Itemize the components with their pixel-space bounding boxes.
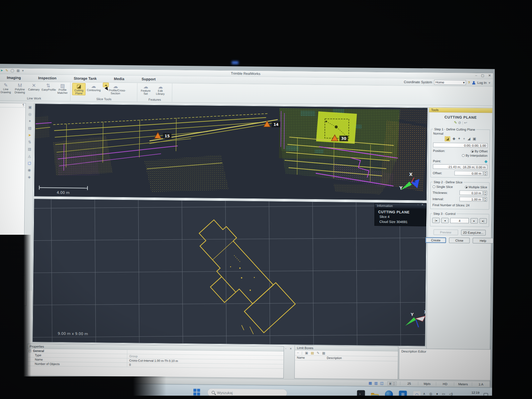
tree-pin-icon[interactable]: ¶ xyxy=(23,103,24,107)
tab-imaging[interactable]: Imaging xyxy=(7,75,21,79)
help-icon[interactable]: ? xyxy=(468,81,470,84)
preview-button[interactable]: Preview xyxy=(433,229,458,235)
offset-spinner[interactable]: ▲▼ xyxy=(484,171,487,176)
offset-field[interactable]: 0.00 m xyxy=(455,171,483,176)
point-cloud-3d-view[interactable]: 15 14 30 4.00 m xyxy=(34,103,428,201)
lock-icon[interactable]: ▣ xyxy=(305,351,308,355)
by-offset-radio[interactable] xyxy=(471,150,473,153)
step1-legend: Step 1 - Define Cutting Plane xyxy=(433,127,476,131)
catenary-button[interactable]: ✕ Catenary xyxy=(28,82,41,91)
pick-point-icon[interactable]: ◆ xyxy=(484,159,487,164)
profile-matcher-button[interactable]: ▨ Profile Matcher xyxy=(56,83,69,94)
current-slice-field[interactable]: 4 xyxy=(450,218,469,223)
folder-add-icon[interactable]: ▤ xyxy=(311,351,314,355)
tab-inspection[interactable]: Inspection xyxy=(38,76,57,80)
tray-chevron-icon[interactable]: ∧ xyxy=(423,392,425,395)
create-button[interactable]: Create xyxy=(425,237,446,243)
login-dropdown-icon[interactable]: ▾ xyxy=(488,81,490,84)
reset-icon[interactable]: ↩ xyxy=(464,121,467,125)
layout-window-icons[interactable]: ▦ ▥ ◫ xyxy=(368,381,384,385)
cutting-plane-button[interactable]: ◪ Cutting Plane xyxy=(72,83,85,95)
status-buttons[interactable]: ▣ ◫ xyxy=(387,381,397,385)
login-button[interactable]: Log In xyxy=(477,81,487,84)
box-icon[interactable]: ▦ xyxy=(322,351,326,355)
step2-group: Step 2 - Define Slice Single Slice Multi… xyxy=(430,180,489,210)
normal-tool-icon[interactable]: ◢ xyxy=(467,137,470,142)
line-drawing-button[interactable]: ✎ Line Drawing xyxy=(0,82,12,94)
tab-media[interactable]: Media xyxy=(114,77,124,81)
last-slice-button[interactable]: ▸| xyxy=(479,218,487,223)
edit-box-icon[interactable]: ✎ xyxy=(317,351,320,355)
status-scale: 1:A xyxy=(472,382,486,386)
interval-spinner[interactable]: ▲▼ xyxy=(483,197,487,201)
viewport-tool-icon[interactable]: ◉ xyxy=(28,168,31,172)
easyline-button[interactable]: 2D EasyLine... xyxy=(461,230,485,236)
close-button[interactable]: ✕ xyxy=(488,73,491,77)
start-button[interactable] xyxy=(194,389,200,395)
column-description[interactable]: Description xyxy=(325,356,344,360)
feature-set-button[interactable]: ☁ Feature Set xyxy=(139,83,152,95)
polyline-drawing-button[interactable]: M Polyline Drawing xyxy=(13,82,26,94)
remove-icon[interactable]: − xyxy=(297,351,299,354)
status-display-mode[interactable]: HD xyxy=(436,382,451,386)
close-panel-button[interactable]: Close xyxy=(449,237,469,243)
disable-icon[interactable]: ⊘ xyxy=(458,120,461,124)
maximize-button[interactable]: ▢ xyxy=(481,73,484,77)
search-icon xyxy=(212,391,215,394)
previous-slice-button[interactable]: ◂ xyxy=(441,218,449,223)
viewport-tool-icon[interactable]: ▢ xyxy=(28,161,31,165)
security-icon[interactable]: ♦ xyxy=(436,392,438,396)
final-slices-label: Final Number of Slices: 24 xyxy=(433,203,487,207)
slice-2d-view[interactable]: ▫ ✕ Information CUTTING PLANE Slice 4 Cl… xyxy=(32,198,427,346)
normal-tool-icon[interactable]: ▣ xyxy=(472,137,476,142)
first-slice-button[interactable]: |◂ xyxy=(432,218,440,223)
normal-tool-icon[interactable]: + xyxy=(463,137,466,142)
normal-tool-icon[interactable]: ✦ xyxy=(458,136,461,141)
thickness-spinner[interactable]: ▲▼ xyxy=(483,191,487,195)
contouring-icon: ☁ xyxy=(87,83,100,89)
panel-controls[interactable]: ▫ ✕ xyxy=(285,347,293,350)
volume-icon[interactable]: ◁) xyxy=(449,392,453,396)
viewport-tool-icon[interactable]: ▧ xyxy=(28,147,32,151)
single-slice-radio[interactable] xyxy=(433,186,435,188)
column-name[interactable]: Name xyxy=(295,355,325,360)
profile-cross-section-button[interactable]: ☁ Profile/Cross-Section xyxy=(109,83,122,95)
next-slice-button[interactable]: ▸ xyxy=(470,218,478,223)
network-icon[interactable]: ◎ xyxy=(429,392,432,396)
easyprofile-button[interactable]: ⇅ EasyProfile xyxy=(42,82,55,91)
description-editor-panel[interactable]: Description Editor xyxy=(399,348,491,381)
edit-plane-icon[interactable]: ✎ xyxy=(454,120,457,124)
help-button[interactable]: Help xyxy=(472,238,493,244)
ribbon-group-slice-tools: ◪ Cutting Plane ☁ Contouring ☁ Profile/C… xyxy=(71,82,138,101)
ribbon-group-features: ☁ Feature Set ☁ Edit Library Features xyxy=(138,83,173,102)
tab-storage-tank[interactable]: Storage Tank xyxy=(74,76,97,80)
viewport-tool-icon[interactable]: ◈ xyxy=(28,175,31,179)
display-icon[interactable]: ▭ xyxy=(442,392,445,396)
thickness-field[interactable]: 0.10 m xyxy=(460,191,483,196)
viewport-tool-icon[interactable]: ✦ xyxy=(28,119,31,123)
edit-library-button[interactable]: ☁ Edit Library xyxy=(154,84,167,95)
multiple-slice-radio[interactable] xyxy=(465,186,467,189)
interval-field[interactable]: 1.00 m xyxy=(460,197,483,202)
tab-support[interactable]: Support xyxy=(142,77,156,81)
normal-tool-icon[interactable]: ◪ xyxy=(445,136,450,141)
minimize-button[interactable]: – xyxy=(475,73,477,77)
normal-value-field[interactable]: 0.00; 0.00; 1.00 xyxy=(433,143,487,148)
viewport-tool-icon[interactable]: ◬ xyxy=(28,154,31,158)
tools-tab[interactable]: Tools xyxy=(429,108,492,113)
point-value-field[interactable]: -21.43 m; -16.29 m; 0.00 m xyxy=(433,164,487,170)
viewport-tool-icon[interactable]: ▣ xyxy=(28,105,32,109)
by-interpolation-radio[interactable] xyxy=(462,154,465,157)
viewport-tool-icon[interactable]: ▤ xyxy=(28,126,32,130)
viewport-tool-icon[interactable]: ➤ xyxy=(28,133,31,137)
svg-text:30: 30 xyxy=(341,136,346,141)
status-units[interactable]: Meters xyxy=(454,382,468,386)
viewport-tool-icon[interactable]: ◎ xyxy=(28,112,32,116)
coordinate-system-select[interactable]: Home ▾ xyxy=(434,80,466,85)
view-corner-icons[interactable]: ▫ ✕ xyxy=(418,203,425,206)
svg-text:14: 14 xyxy=(273,122,279,127)
normal-tool-icon[interactable]: ◆ xyxy=(453,136,456,141)
step1-group: Step 1 - Define Cutting Plane Normal ◪ ◆… xyxy=(430,127,490,178)
contouring-button[interactable]: ☁ Contouring xyxy=(87,83,100,92)
viewport-tool-icon[interactable]: ⇅ xyxy=(28,140,31,144)
